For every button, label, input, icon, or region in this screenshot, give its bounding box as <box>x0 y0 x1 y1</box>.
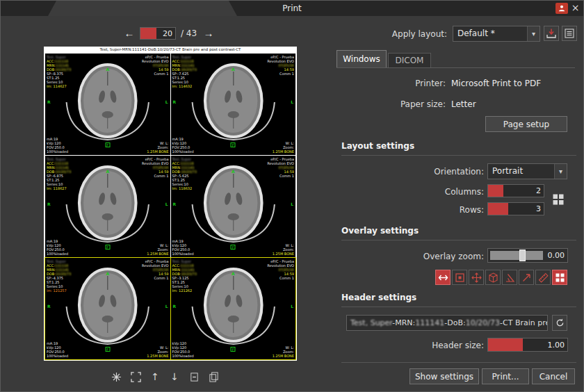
user-icon[interactable] <box>555 3 568 14</box>
cell-overlay-bottomleft: mA:19 kVp:120 FOV:250.0 100%loaded <box>47 341 68 358</box>
header-text-segment: -CT Brain pre <box>500 318 548 327</box>
cell-overlay-bottomleft: mA:19 kVp:120 FOV:250.0 100%loaded <box>47 137 68 154</box>
preview-cell[interactable]: Test, Super ACC:111118 MRN:111141 DOB:10… <box>171 258 296 359</box>
next-page-button[interactable]: → <box>201 26 216 40</box>
delete-page-icon[interactable] <box>187 370 201 384</box>
page-number-value: 20 <box>163 28 172 39</box>
cancel-button[interactable]: Cancel <box>532 368 575 384</box>
prev-page-button[interactable]: ← <box>122 26 137 40</box>
cell-overlay-bottomleft: mA:19 kVp:120 FOV:250.0 100%loaded <box>172 239 194 256</box>
duplicate-page-icon[interactable] <box>206 370 220 384</box>
orientation-box-icon: F <box>105 142 110 147</box>
move-overlay-icon[interactable] <box>469 270 484 285</box>
preview-cell[interactable]: Test, Super ACC:111118 MRN:111141 DOB:10… <box>45 258 170 359</box>
overlay-zoom-slider[interactable]: 0.00 <box>487 248 568 263</box>
orientation-box-icon: F <box>105 347 110 352</box>
angle-overlay-icon[interactable] <box>502 270 517 285</box>
header-text-segment: Test, Super <box>350 318 392 327</box>
header-size-fill <box>488 338 523 351</box>
tab-dicom[interactable]: DICOM <box>388 53 431 67</box>
orientation-marker-right: R <box>47 202 51 206</box>
layout-list-icon[interactable] <box>562 26 577 41</box>
tab-windows[interactable]: Windows <box>336 50 387 67</box>
arrow-annotation-icon[interactable] <box>519 270 534 285</box>
move-page-up-icon[interactable]: ↑ <box>148 370 162 384</box>
border-overlay-icon[interactable] <box>452 270 467 285</box>
columns-slider-fill <box>488 185 503 197</box>
orientation-marker-left: L <box>165 304 168 309</box>
overlay-zoom-label: Overlay zoom: <box>387 252 484 261</box>
printer-label: Printer: <box>376 79 446 88</box>
orientation-marker-right: R <box>47 99 51 104</box>
orientation-label: Orientation: <box>400 167 484 177</box>
header-settings-title: Header settings <box>341 293 576 307</box>
fit-screen-icon[interactable] <box>129 370 143 384</box>
header-text-segment: -DoB: <box>444 318 465 327</box>
page-setup-button[interactable]: Page setup <box>485 116 567 132</box>
header-size-slider[interactable]: 1.00 <box>487 338 568 352</box>
cell-overlay-topright: eP/C - Prueba Revolution EVO 07/25/16 14… <box>268 55 295 76</box>
rows-value: 3 <box>536 203 541 215</box>
rows-slider-fill <box>488 203 508 215</box>
header-size-value: 1.00 <box>548 338 565 351</box>
page-total-label: / 43 <box>181 28 197 38</box>
preview-header-text: Test, Super-MRN:111141-DoB:10/20/73-CT B… <box>44 47 297 51</box>
cube-overlay-icon[interactable] <box>485 270 501 285</box>
orientation-marker-anterior: A <box>106 271 109 276</box>
ruler-overlay-icon[interactable] <box>535 270 551 285</box>
columns-slider[interactable]: 2 <box>487 184 544 197</box>
orientation-marker-left: L <box>291 304 293 309</box>
page-slider-fill <box>140 28 156 39</box>
print-button[interactable]: Print... <box>482 368 529 384</box>
rows-slider[interactable]: 3 <box>487 202 544 215</box>
header-text-field[interactable]: Test, Super-MRN:111141-DoB:10/20/73-CT B… <box>346 315 548 331</box>
paper-size-label: Paper size: <box>376 99 446 109</box>
overlay-zoom-thumb[interactable] <box>519 250 526 261</box>
preview-cell[interactable]: Test, Super ACC:111118 MRN:111141 DOB:10… <box>45 156 170 257</box>
header-text-segment: -MRN: <box>392 318 415 327</box>
settings-tabs: Windows DICOM <box>336 51 575 68</box>
grid-layout-icon[interactable] <box>550 191 567 208</box>
page-number-slider[interactable]: 20 <box>140 27 176 40</box>
cell-overlay-topright: eP/C - Prueba Revolution EVO 07/25/16 14… <box>268 259 295 280</box>
grid-overlay-icon[interactable] <box>552 270 567 285</box>
preview-grid: Test, Super ACC:111118 MRN:111141 DOB:10… <box>45 54 295 359</box>
save-layout-icon[interactable] <box>544 26 559 41</box>
header-size-label: Header size: <box>400 341 484 350</box>
overlay-zoom-value: 0.00 <box>545 251 567 260</box>
paper-size-value: Letter <box>451 99 476 109</box>
chevron-down-icon: ▾ <box>527 26 540 41</box>
preview-cell[interactable]: Test, Super ACC:111118 MRN:111141 DOB:10… <box>45 54 170 155</box>
orientation-marker-right: R <box>173 304 177 309</box>
refresh-header-icon[interactable] <box>552 315 567 331</box>
preview-cell[interactable]: Test, Super ACC:111118 MRN:111141 DOB:10… <box>171 156 296 257</box>
apply-layout-dropdown[interactable]: Default * ▾ <box>453 26 540 42</box>
cell-overlay-topleft: Test, Super ACC:111118 MRN:111141 DOB:10… <box>172 55 197 88</box>
orientation-dropdown[interactable]: Portrait ▾ <box>487 163 567 179</box>
header-text-segment: 10/20/73 <box>466 318 500 327</box>
layout-settings-title: Layout settings <box>341 141 576 156</box>
columns-label: Columns: <box>414 187 484 197</box>
close-icon[interactable]: × <box>569 2 581 14</box>
header-text-segment: 111141 <box>415 318 444 327</box>
orientation-marker-right: R <box>173 99 177 104</box>
auto-arrange-icon[interactable] <box>109 370 123 384</box>
cell-overlay-topleft: Test, Super ACC:111118 MRN:111141 DOB:10… <box>172 259 197 293</box>
cell-overlay-bottomright: W: L: Zoom: 1.25M BONE <box>273 345 294 358</box>
preview-toolbar: ↑ ↓ <box>109 368 220 385</box>
cell-overlay-topleft: Test, Super ACC:111118 MRN:111141 DOB:10… <box>47 157 71 190</box>
fit-overlay-icon[interactable] <box>435 270 451 285</box>
chevron-down-icon: ▾ <box>554 164 567 179</box>
orientation-marker-anterior: A <box>106 169 109 174</box>
orientation-box-icon: F <box>231 142 236 147</box>
cell-overlay-bottomright: W: L: Zoom: 1.25M BONE <box>273 141 294 154</box>
show-settings-button[interactable]: Show settings <box>409 368 479 384</box>
cell-overlay-bottomright: W: L: Zoom: 1.25M BONE <box>147 141 168 154</box>
orientation-marker-right: R <box>47 304 51 309</box>
preview-cell[interactable]: Test, Super ACC:111118 MRN:111141 DOB:10… <box>171 54 296 155</box>
footer-divider <box>341 362 576 363</box>
cell-overlay-topright: eP/C - Prueba Revolution EVO 07/25/16 14… <box>142 259 169 280</box>
move-page-down-icon[interactable]: ↓ <box>168 370 181 384</box>
orientation-value: Portrait <box>488 164 554 179</box>
orientation-box-icon: F <box>105 245 110 250</box>
